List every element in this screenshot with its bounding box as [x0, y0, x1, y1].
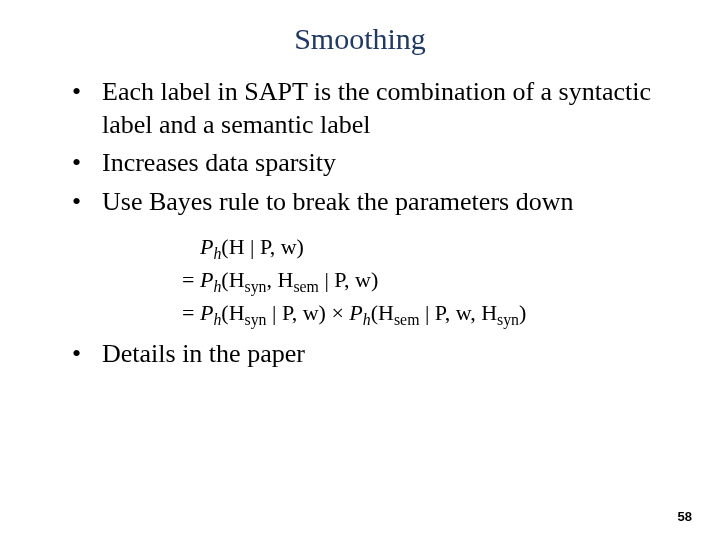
slide: Smoothing Each label in SAPT is the comb… [0, 0, 720, 540]
formula-line-3: = Ph(Hsyn | P, w) × Ph(Hsem | P, w, Hsyn… [182, 298, 660, 331]
bullet-list-2: Details in the paper [72, 338, 660, 371]
bullet-item: Increases data sparsity [72, 147, 660, 180]
bullet-item: Each label in SAPT is the combination of… [72, 76, 660, 141]
bullet-item: Use Bayes rule to break the parameters d… [72, 186, 660, 219]
formula-line-2: = Ph(Hsyn, Hsem | P, w) [182, 265, 660, 298]
slide-body: Each label in SAPT is the combination of… [0, 76, 720, 371]
bullet-list: Each label in SAPT is the combination of… [72, 76, 660, 218]
formula-line-1: = Ph(H | P, w) [182, 232, 660, 265]
slide-title: Smoothing [0, 0, 720, 76]
formula-block: = Ph(H | P, w) = Ph(Hsyn, Hsem | P, w) =… [72, 224, 660, 338]
bullet-item: Details in the paper [72, 338, 660, 371]
page-number: 58 [678, 509, 692, 524]
